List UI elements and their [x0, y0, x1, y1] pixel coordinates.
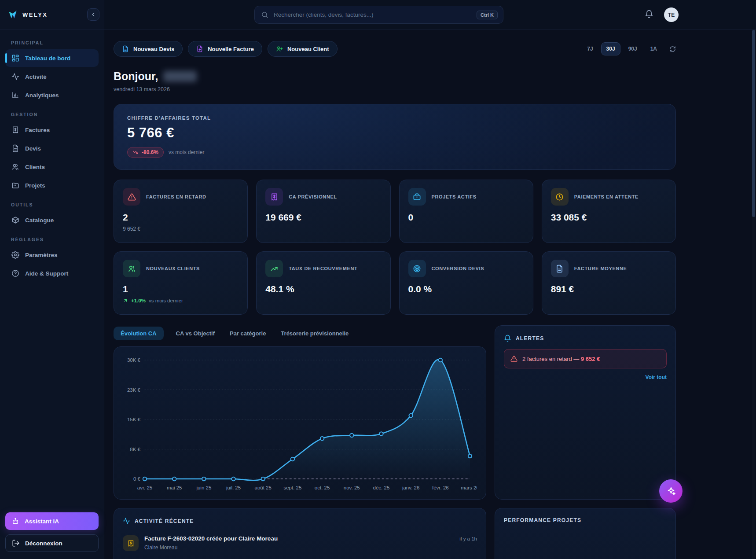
sidebar-item-label: Projets [25, 182, 45, 189]
greeting-date: vendredi 13 mars 2026 [114, 86, 676, 92]
chart-data-point[interactable] [172, 477, 176, 481]
chart-data-point[interactable] [439, 358, 442, 362]
alerts-list: 2 factures en retard — 9 652 € [504, 342, 667, 368]
keyboard-shortcut-badge: Ctrl K [477, 11, 498, 19]
bar-chart-icon [11, 91, 19, 99]
bot-icon [11, 517, 19, 525]
search-input[interactable] [273, 11, 472, 18]
logout-button[interactable]: Déconnexion [5, 534, 99, 552]
kpi-card-nouveaux-clients: NOUVEAUX CLIENTS1+1.0%vs mois dernier [114, 251, 248, 315]
x-axis-tick: nov. 25 [344, 485, 360, 490]
kpi-icon-tile [265, 260, 283, 277]
global-search[interactable]: Ctrl K [254, 6, 503, 24]
kpi-label: PAIEMENTS EN ATTENTE [574, 194, 639, 199]
quick-actions: Nouveau DevisNouvelle FactureNouveau Cli… [114, 41, 338, 57]
period-90j-button[interactable]: 90J [623, 42, 642, 55]
alert-item[interactable]: 2 factures en retard — 9 652 € [504, 349, 667, 368]
period-30j-button[interactable]: 30J [601, 42, 620, 55]
activity-list: Facture F-2603-02020 créée pour Claire M… [123, 535, 477, 551]
sidebar-item-aide-support[interactable]: Aide & Support [5, 265, 99, 282]
chevron-left-icon [90, 11, 96, 18]
sidebar-item-activite[interactable]: Activité [5, 68, 99, 85]
sidebar-item-label: Factures [25, 127, 50, 133]
kpi-value: 2 [123, 212, 239, 223]
user-plus-icon [276, 45, 283, 52]
kpi-sub-value: 9 652 € [123, 226, 239, 232]
chart-data-point[interactable] [320, 437, 324, 440]
x-axis-tick: oct. 25 [315, 485, 330, 490]
performance-title: PERFORMANCE PROJETS [504, 517, 581, 523]
quick-action-label: Nouvelle Facture [208, 46, 254, 52]
ai-sparkles-fab[interactable] [659, 479, 683, 503]
quick-action-label: Nouveau Client [287, 46, 329, 52]
sidebar-item-clients[interactable]: Clients [5, 158, 99, 176]
kpi-card-paiements-en-attente: PAIEMENTS EN ATTENTE33 085 € [542, 180, 676, 243]
nouveau-client-button[interactable]: Nouveau Client [268, 41, 338, 57]
sidebar-item-analytiques[interactable]: Analytiques [5, 86, 99, 104]
tab-par-categorie[interactable]: Par catégorie [227, 327, 268, 340]
revenue-chart-card: 0 €8K €15K €23K €30K €avr. 25mai 25juin … [114, 346, 486, 500]
refresh-icon [669, 46, 676, 52]
quick-action-label: Nouveau Devis [133, 46, 174, 52]
refresh-button[interactable] [669, 46, 676, 52]
chart-data-point[interactable] [202, 477, 206, 481]
view-all-link[interactable]: Voir tout [646, 374, 667, 380]
users-icon [11, 163, 19, 171]
kpi-label: FACTURES EN RETARD [146, 194, 206, 199]
tab-ca-vs-objectif[interactable]: CA vs Objectif [173, 327, 217, 340]
activity-icon [123, 517, 130, 525]
chart-data-point[interactable] [350, 434, 353, 437]
nouvelle-facture-button[interactable]: Nouvelle Facture [188, 41, 262, 57]
folder-icon [11, 181, 19, 189]
sidebar-nav: PRINCIPALTableau de bordActivitéAnalytiq… [0, 29, 104, 506]
chart-tabs: Évolution CACA vs ObjectifPar catégorieT… [114, 325, 486, 341]
sidebar-section-reglages: RÉGLAGES [11, 237, 93, 242]
ai-assistant-button[interactable]: Assistant IA [5, 512, 99, 530]
kpi-label: PROJETS ACTIFS [432, 194, 477, 199]
chart-data-point[interactable] [379, 432, 383, 435]
kpi-grid: FACTURES EN RETARD29 652 €CA PRÉVISIONNE… [114, 180, 676, 315]
file-text-icon [122, 45, 129, 52]
sidebar-item-label: Paramètres [25, 252, 58, 258]
kpi-icon-tile [408, 188, 426, 206]
alert-amount: 9 652 € [581, 356, 600, 362]
period-1a-button[interactable]: 1A [645, 42, 662, 55]
sidebar-item-parametres[interactable]: Paramètres [5, 246, 99, 264]
chart-data-point[interactable] [409, 414, 412, 417]
trending-up-icon [270, 265, 279, 273]
tab-tresorerie-previsionnelle[interactable]: Trésorerie prévisionnelle [278, 327, 351, 340]
sidebar-item-devis[interactable]: Devis [5, 140, 99, 157]
avatar[interactable]: TE [664, 7, 679, 22]
sidebar-item-factures[interactable]: Factures [5, 121, 99, 139]
scrollbar[interactable] [752, 29, 755, 559]
chart-data-point[interactable] [143, 477, 147, 481]
kpi-label: CONVERSION DEVIS [432, 266, 484, 271]
sidebar-collapse-button[interactable] [87, 8, 99, 21]
x-axis-tick: juin 25 [196, 485, 211, 490]
help-icon [11, 269, 19, 277]
kpi-value: 0.0 % [408, 284, 524, 294]
briefcase-icon [413, 193, 421, 201]
scrollbar-thumb[interactable] [752, 30, 755, 217]
kpi-card-taux-de-recouvrement: TAUX DE RECOUVREMENT48.1 % [256, 251, 390, 315]
clock-icon [555, 193, 564, 201]
chart-data-point[interactable] [291, 457, 294, 461]
chart-data-point[interactable] [468, 454, 472, 458]
file-text-icon-wrap [122, 45, 129, 52]
sidebar-item-catalogue[interactable]: Catalogue [5, 211, 99, 229]
nouveau-devis-button[interactable]: Nouveau Devis [114, 41, 183, 57]
tab-evolution-ca[interactable]: Évolution CA [114, 327, 164, 340]
file-plus-icon [196, 45, 203, 52]
sidebar-item-label: Clients [25, 164, 45, 170]
chart-data-point[interactable] [231, 477, 235, 481]
activity-item[interactable]: Facture F-2603-02020 créée pour Claire M… [123, 535, 477, 551]
sidebar-item-projets[interactable]: Projets [5, 177, 99, 194]
period-7j-button[interactable]: 7J [582, 42, 598, 55]
logout-label: Déconnexion [25, 540, 62, 547]
alert-triangle-icon [128, 193, 136, 201]
sidebar-item-tableau-de-bord[interactable]: Tableau de bord [5, 49, 99, 67]
kpi-label: TAUX DE RECOUVREMENT [289, 266, 357, 271]
chart-data-point[interactable] [261, 477, 265, 481]
project-performance-panel: PERFORMANCE PROJETS [495, 508, 676, 559]
notifications-button[interactable] [645, 10, 653, 20]
